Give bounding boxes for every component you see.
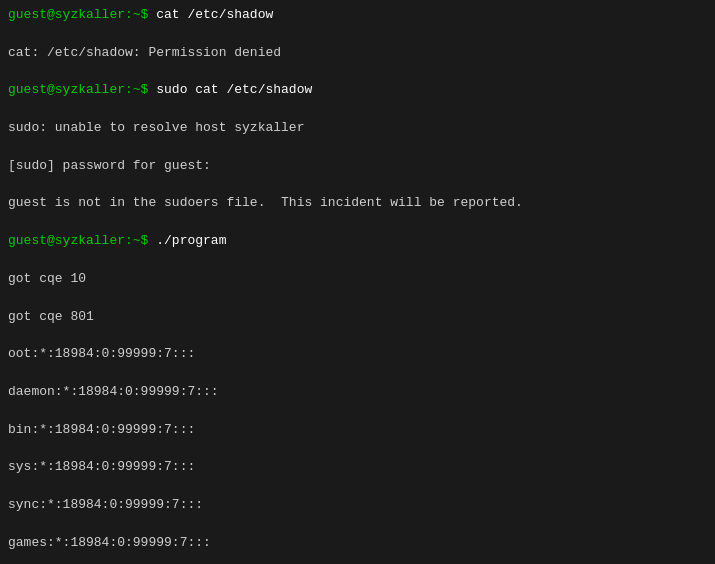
terminal-line: [sudo] password for guest:: [8, 157, 707, 176]
command: ./program: [156, 233, 226, 248]
terminal-line: daemon:*:18984:0:99999:7:::: [8, 383, 707, 402]
terminal-line: oot:*:18984:0:99999:7:::: [8, 345, 707, 364]
terminal-line: guest is not in the sudoers file. This i…: [8, 194, 707, 213]
prompt: guest@syzkaller:~$: [8, 82, 156, 97]
terminal-line: got cqe 10: [8, 270, 707, 289]
terminal-line: guest@syzkaller:~$ sudo cat /etc/shadow: [8, 81, 707, 100]
terminal[interactable]: guest@syzkaller:~$ cat /etc/shadow cat: …: [0, 0, 715, 564]
terminal-line: sudo: unable to resolve host syzkaller: [8, 119, 707, 138]
command: cat /etc/shadow: [156, 7, 273, 22]
terminal-line: sys:*:18984:0:99999:7:::: [8, 458, 707, 477]
terminal-line: guest@syzkaller:~$ cat /etc/shadow: [8, 6, 707, 25]
terminal-line: cat: /etc/shadow: Permission denied: [8, 44, 707, 63]
prompt: guest@syzkaller:~$: [8, 7, 156, 22]
terminal-line: games:*:18984:0:99999:7:::: [8, 534, 707, 553]
terminal-line: sync:*:18984:0:99999:7:::: [8, 496, 707, 515]
terminal-line: got cqe 801: [8, 308, 707, 327]
terminal-line: guest@syzkaller:~$ ./program: [8, 232, 707, 251]
prompt: guest@syzkaller:~$: [8, 233, 156, 248]
command: sudo cat /etc/shadow: [156, 82, 312, 97]
terminal-line: bin:*:18984:0:99999:7:::: [8, 421, 707, 440]
